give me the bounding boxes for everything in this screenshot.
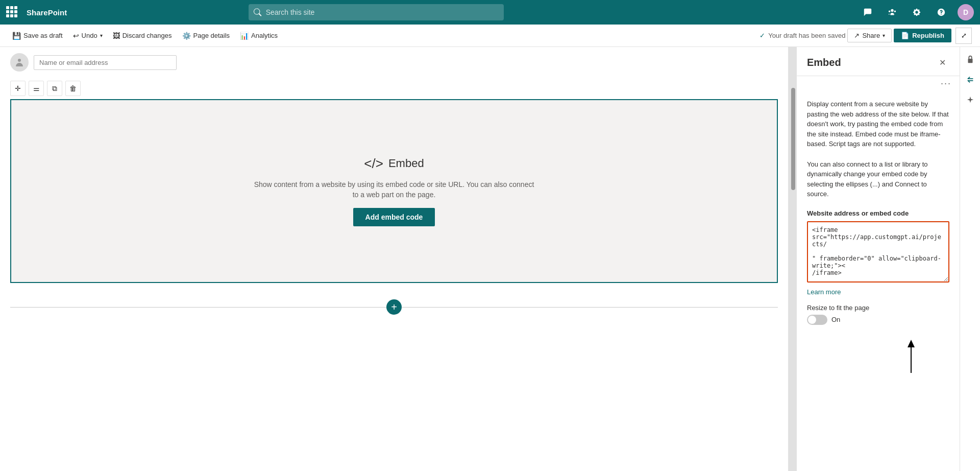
undo-chevron-icon[interactable]: ▾ xyxy=(100,33,103,38)
undo-icon: ↩ xyxy=(73,32,79,40)
toggle-row: On xyxy=(807,315,949,325)
arrow-annotation xyxy=(807,337,949,378)
add-embed-code-button[interactable]: Add embed code xyxy=(353,208,435,226)
resize-section: Resize to fit the page On xyxy=(807,304,949,325)
share-chevron-icon: ▾ xyxy=(883,33,885,38)
brand-name[interactable]: SharePoint xyxy=(27,8,67,17)
svg-marker-1 xyxy=(908,340,915,347)
chat-icon-btn[interactable] xyxy=(860,4,876,20)
right-panel: Embed ✕ ··· Display content from a secur… xyxy=(796,47,960,471)
analytics-button[interactable]: 📊 Analytics xyxy=(236,30,282,42)
extra-canvas-space xyxy=(0,321,788,382)
scroll-thumb[interactable] xyxy=(791,88,795,190)
panel-content: Display content from a secure website by… xyxy=(797,91,960,471)
undo-button[interactable]: ↩ Undo ▾ xyxy=(69,30,107,42)
comment-input[interactable] xyxy=(34,55,177,70)
people-icon-btn[interactable] xyxy=(884,4,900,20)
embed-webpart: </> Embed Show content from a website by… xyxy=(10,99,778,283)
people-icon xyxy=(888,8,897,17)
search-icon xyxy=(254,8,261,16)
collapse-icon: ⤢ xyxy=(961,32,967,39)
panel-header: Embed ✕ xyxy=(797,47,960,76)
panel-description-1: Display content from a secure website by… xyxy=(807,99,949,149)
top-navigation: SharePoint D xyxy=(0,0,980,25)
collapse-panel-button[interactable]: ⤢ xyxy=(955,28,972,44)
discard-button[interactable]: 🖼 Discard changes xyxy=(109,30,176,42)
embed-field-label: Website address or embed code xyxy=(807,209,949,217)
check-icon: ✓ xyxy=(760,32,765,39)
embed-icon-row: </> Embed xyxy=(364,156,424,172)
analytics-label: Analytics xyxy=(251,32,278,39)
sidebar-transfer-button[interactable] xyxy=(962,72,978,88)
svg-rect-2 xyxy=(968,59,972,63)
duplicate-tool-button[interactable]: ⧉ xyxy=(47,81,62,96)
draft-saved-status: ✓ Your draft has been saved xyxy=(760,32,845,39)
help-icon-btn[interactable] xyxy=(933,4,949,20)
arrow-up-icon xyxy=(903,337,919,378)
save-draft-label: Save as draft xyxy=(23,32,63,39)
user-avatar xyxy=(10,53,29,72)
resize-toggle[interactable] xyxy=(807,315,827,325)
embed-webpart-title: Embed xyxy=(388,157,424,170)
discard-icon: 🖼 xyxy=(113,32,120,40)
chat-icon xyxy=(863,8,872,17)
save-icon: 💾 xyxy=(12,32,21,40)
edit-tool-button[interactable]: ⚌ xyxy=(29,81,44,96)
republish-button[interactable]: 📄 Republish xyxy=(894,29,951,42)
more-options-button[interactable]: ··· xyxy=(941,78,951,89)
embed-code-icon: </> xyxy=(364,156,383,172)
share-button[interactable]: ↗ Share ▾ xyxy=(847,29,892,42)
share-icon: ↗ xyxy=(854,32,860,39)
right-sidebar xyxy=(960,47,980,471)
scroll-area[interactable] xyxy=(788,47,796,471)
republish-label: Republish xyxy=(912,32,944,39)
move-tool-button[interactable]: ✛ xyxy=(10,81,26,96)
toggle-label: On xyxy=(831,316,840,323)
page-canvas[interactable]: ✛ ⚌ ⧉ 🗑 </> Embed S xyxy=(0,47,788,471)
add-section-row: + xyxy=(0,293,788,321)
sidebar-sparkle-button[interactable] xyxy=(962,92,978,108)
person-icon xyxy=(14,57,24,67)
draft-saved-text: Your draft has been saved xyxy=(768,32,845,39)
main-layout: ✛ ⚌ ⧉ 🗑 </> Embed S xyxy=(0,47,980,471)
page-details-label: Page details xyxy=(193,32,230,39)
lock-icon xyxy=(966,55,975,64)
edit-icon: ⚌ xyxy=(33,84,40,92)
webpart-toolbar: ✛ ⚌ ⧉ 🗑 xyxy=(0,78,788,99)
share-label: Share xyxy=(862,32,880,39)
canvas-inner: ✛ ⚌ ⧉ 🗑 </> Embed S xyxy=(0,47,788,471)
delete-tool-button[interactable]: 🗑 xyxy=(65,81,81,96)
delete-icon: 🗑 xyxy=(69,84,77,92)
settings-icon xyxy=(912,8,921,17)
search-bar[interactable] xyxy=(249,4,504,20)
nav-right-icons: D xyxy=(860,4,974,20)
page-details-button[interactable]: ⚙️ Page details xyxy=(178,30,234,42)
embed-description: Show content from a website by using its… xyxy=(251,180,537,200)
republish-icon: 📄 xyxy=(901,32,909,39)
transfer-icon xyxy=(966,75,975,84)
toggle-thumb xyxy=(808,316,816,324)
add-section-button[interactable]: + xyxy=(386,299,402,315)
panel-more-row: ··· xyxy=(797,76,960,91)
panel-title: Embed xyxy=(807,57,841,68)
avatar[interactable]: D xyxy=(958,4,974,20)
search-input[interactable] xyxy=(266,8,499,16)
discard-label: Discard changes xyxy=(122,32,172,39)
settings-icon-btn[interactable] xyxy=(909,4,925,20)
analytics-icon: 📊 xyxy=(240,32,249,40)
panel-close-button[interactable]: ✕ xyxy=(935,55,949,69)
help-icon xyxy=(937,8,946,17)
page-details-icon: ⚙️ xyxy=(182,32,191,40)
learn-more-link[interactable]: Learn more xyxy=(807,288,949,296)
sparkle-icon xyxy=(966,96,975,105)
waffle-icon[interactable] xyxy=(6,6,18,18)
sidebar-lock-button[interactable] xyxy=(962,51,978,67)
move-icon: ✛ xyxy=(15,84,21,92)
save-draft-button[interactable]: 💾 Save as draft xyxy=(8,30,67,42)
panel-description-2: You can also connect to a list or librar… xyxy=(807,159,949,199)
embed-code-textarea[interactable]: <iframe src="https://app.customgpt.ai/pr… xyxy=(807,221,949,282)
undo-label: Undo xyxy=(82,32,97,39)
resize-label: Resize to fit the page xyxy=(807,304,949,312)
comment-area xyxy=(0,47,788,78)
duplicate-icon: ⧉ xyxy=(52,84,57,93)
